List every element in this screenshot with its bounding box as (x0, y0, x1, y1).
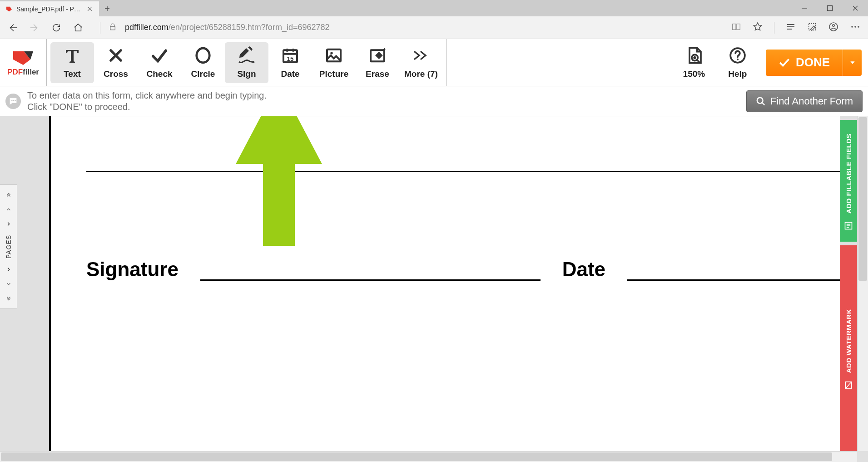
page-first-button[interactable] (0, 188, 17, 202)
tool-date[interactable]: 15 Date (268, 42, 312, 83)
done-caret[interactable] (843, 50, 862, 76)
svg-point-4 (854, 26, 856, 28)
form-fields-icon (844, 221, 853, 232)
svg-point-18 (757, 97, 763, 103)
window-maximize-button[interactable] (817, 0, 843, 16)
more-menu-icon[interactable] (850, 21, 861, 34)
signature-line[interactable] (200, 261, 541, 281)
add-watermark-tab[interactable]: ADD WATERMARK (840, 245, 857, 451)
text-icon (63, 46, 81, 65)
hub-icon[interactable] (785, 21, 796, 34)
svg-text:15: 15 (287, 55, 294, 62)
nav-home-button[interactable] (73, 22, 84, 33)
nav-refresh-button[interactable] (51, 22, 62, 33)
tool-zoom[interactable]: 150% (672, 42, 716, 83)
watermark-icon (844, 381, 853, 391)
info-text: To enter data on this form, click anywhe… (27, 90, 740, 113)
horizontal-scrollbar[interactable] (0, 451, 857, 462)
pages-collapse-button[interactable] (0, 262, 17, 277)
svg-point-10 (330, 52, 332, 54)
close-tab-icon[interactable] (85, 5, 94, 13)
search-icon (756, 96, 766, 106)
document-page[interactable]: Signature Date (49, 116, 840, 451)
tool-cross[interactable]: Cross (94, 42, 138, 83)
share-icon[interactable] (828, 21, 839, 34)
check-icon (150, 46, 169, 65)
calendar-icon: 15 (281, 46, 299, 65)
tool-picture[interactable]: Picture (312, 42, 356, 83)
canvas-area: Signature Date PAGES ADD FILLABLE FIELDS… (0, 116, 868, 462)
find-another-form-button[interactable]: Find Another Form (746, 90, 863, 112)
nav-back-button[interactable] (7, 22, 18, 33)
page-prev-button[interactable] (0, 202, 17, 217)
chevron-down-icon (849, 59, 856, 66)
brand-logo[interactable]: PDFfiller (0, 39, 46, 86)
cross-icon (107, 46, 124, 65)
sign-icon (236, 46, 257, 65)
vertical-scroll-thumb[interactable] (858, 117, 867, 281)
erase-icon (368, 46, 387, 65)
picture-icon (324, 46, 343, 65)
app-toolbar: PDFfiller Text Cross Check Circle Sign 1… (0, 39, 868, 86)
tool-erase[interactable]: Erase (356, 42, 399, 83)
svg-point-5 (858, 26, 859, 28)
notes-icon[interactable] (807, 22, 817, 34)
svg-point-17 (15, 99, 15, 100)
browser-tab-strip: Sample_PDF.pdf - PDFfi + (0, 0, 868, 16)
pdffiller-logo-icon (10, 49, 36, 67)
tool-check[interactable]: Check (138, 42, 181, 83)
zoom-icon (685, 46, 703, 65)
svg-point-2 (833, 24, 834, 26)
date-line[interactable] (627, 261, 840, 281)
done-button[interactable]: DONE (766, 50, 862, 76)
pdffiller-favicon-icon (5, 5, 13, 13)
signature-row: Signature Date (86, 258, 840, 281)
vertical-scrollbar[interactable] (857, 116, 868, 451)
help-icon (729, 46, 746, 65)
window-close-button[interactable] (843, 0, 868, 16)
svg-point-15 (11, 99, 12, 100)
svg-point-14 (737, 58, 739, 60)
tool-text[interactable]: Text (50, 42, 94, 83)
browser-address-bar: pdffiller.com/en/project/65288159.htm?fo… (0, 16, 868, 39)
lock-icon (109, 23, 117, 33)
tool-sign[interactable]: Sign (225, 42, 268, 83)
page-next-button[interactable] (0, 277, 17, 291)
signature-label: Signature (86, 258, 179, 281)
horizontal-scroll-thumb[interactable] (1, 452, 832, 461)
tool-circle[interactable]: Circle (181, 42, 225, 83)
info-bar: To enter data on this form, click anywhe… (0, 86, 868, 116)
window-minimize-button[interactable] (792, 0, 817, 16)
document-viewport[interactable]: Signature Date (17, 116, 840, 451)
more-chevrons-icon (412, 46, 430, 65)
chat-bubble-icon (5, 94, 21, 109)
checkmark-icon (779, 57, 790, 69)
page-last-button[interactable] (0, 291, 17, 306)
svg-point-3 (851, 26, 853, 28)
favorite-star-icon[interactable] (752, 21, 763, 34)
document-rule-line (86, 171, 840, 172)
page-navigator: PAGES (0, 184, 17, 309)
window-controls (792, 0, 868, 16)
browser-tab-title: Sample_PDF.pdf - PDFfi (16, 5, 82, 13)
tool-help[interactable]: Help (716, 42, 759, 83)
date-label: Date (562, 258, 605, 281)
svg-point-6 (197, 48, 210, 63)
nav-forward-button[interactable] (29, 22, 40, 33)
add-fillable-fields-tab[interactable]: ADD FILLABLE FIELDS (840, 120, 857, 242)
tool-more[interactable]: More (7) (399, 42, 443, 83)
address-url[interactable]: pdffiller.com/en/project/65288159.htm?fo… (125, 23, 329, 32)
svg-rect-0 (828, 6, 833, 11)
pages-expand-button[interactable] (0, 217, 17, 231)
circle-icon (194, 46, 212, 65)
new-tab-button[interactable]: + (99, 1, 115, 16)
reading-view-icon[interactable] (731, 22, 741, 34)
svg-point-16 (13, 99, 14, 100)
pages-label: PAGES (5, 231, 12, 262)
browser-tab[interactable]: Sample_PDF.pdf - PDFfi (0, 1, 99, 16)
